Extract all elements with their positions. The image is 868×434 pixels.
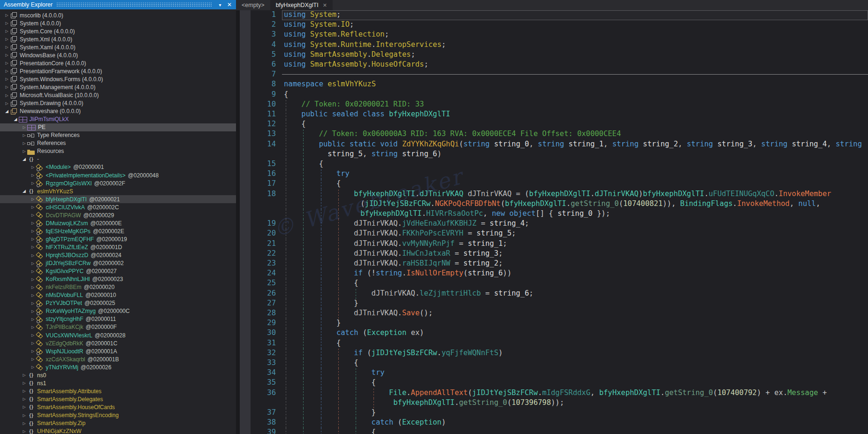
tree-item[interactable]: ▷ciHSClUZVlvkA@0200002C	[0, 203, 236, 211]
tree-item[interactable]: ▷jIDJtYejSBzFCRw@02000002	[0, 259, 236, 267]
panel-splitter[interactable]	[236, 0, 240, 434]
expand-icon[interactable]: ▷	[30, 251, 36, 259]
tree-item[interactable]: ▷System.Management (4.0.0.0)	[0, 83, 236, 91]
code-line[interactable]: 22dJTnirVKAQ.IHwCnJatxaR = string_3;	[251, 249, 868, 259]
tree-item[interactable]: ▷PresentationFramework (4.0.0.0)	[0, 67, 236, 75]
code-line[interactable]: 29}	[251, 319, 868, 328]
tree-item[interactable]: ▷HprqhSJBOszzD@02000024	[0, 251, 236, 259]
tree-item[interactable]: ▷System.Windows.Forms (4.0.0.0)	[0, 75, 236, 83]
expand-icon[interactable]: ▷	[21, 387, 27, 395]
expand-icon[interactable]: ▷	[30, 243, 36, 251]
expand-icon[interactable]: ▷	[4, 27, 10, 35]
tree-item[interactable]: ▷Resources	[0, 147, 236, 155]
tree-item[interactable]: ▷{ }SmartAssembly.StringsEncoding	[0, 411, 236, 419]
expand-icon[interactable]: ▷	[4, 75, 10, 83]
tree-item[interactable]: ▷yTNdYRVrMj@02000026	[0, 363, 236, 371]
code-line[interactable]: 5using SmartAssembly.Delegates;	[251, 50, 868, 60]
tree-item[interactable]: ▷System (4.0.0.0)	[0, 19, 236, 27]
expand-icon[interactable]: ▷	[30, 307, 36, 315]
tree-item[interactable]: ▷TJnPlIBcaKCjk@0200000F	[0, 323, 236, 331]
expand-icon[interactable]: ▷	[30, 259, 36, 267]
code-line[interactable]: 3using System.Reflection;	[251, 30, 868, 40]
expand-icon[interactable]: ▷	[4, 35, 10, 43]
code-line[interactable]: 12{	[251, 120, 868, 129]
tree-item[interactable]: ▷DMuizwojLKZsm@0200000E	[0, 219, 236, 227]
tree-item[interactable]: ▷PE	[0, 123, 236, 131]
code-editor[interactable]: 1using System;2using System.IO;3using Sy…	[251, 10, 868, 434]
tree-item[interactable]: ▷fqESHzeMgKGPs@0200002E	[0, 227, 236, 235]
expand-icon[interactable]: ▷	[4, 19, 10, 27]
expand-icon[interactable]: ▷	[4, 99, 10, 107]
tree-item[interactable]: ◢JliPmTsmiQLkX	[0, 115, 236, 123]
expand-icon[interactable]: ▷	[30, 235, 36, 243]
code-line[interactable]: 13// Token: 0x060000A3 RID: 163 RVA: 0x0…	[251, 129, 868, 139]
expand-icon[interactable]: ▷	[4, 67, 10, 75]
expand-icon[interactable]: ▷	[30, 179, 36, 187]
expand-icon[interactable]: ▷	[30, 219, 36, 227]
code-line[interactable]: 2using System.IO;	[251, 20, 868, 30]
expand-icon[interactable]: ▷	[30, 227, 36, 235]
expand-icon[interactable]: ▷	[4, 43, 10, 51]
tree-item[interactable]: ▷System.Xaml (4.0.0.0)	[0, 43, 236, 51]
code-line[interactable]: 31{	[251, 339, 868, 349]
tree-item[interactable]: ▷WindowsBase (4.0.0.0)	[0, 51, 236, 59]
tree-item[interactable]: ▷KgslGIvxPPYC@02000027	[0, 267, 236, 275]
tree-item[interactable]: ▷{ }SmartAssembly.Attributes	[0, 387, 236, 395]
expand-icon[interactable]: ▷	[30, 267, 36, 275]
code-line[interactable]: string_5, string string_6)	[251, 150, 868, 160]
expand-icon[interactable]: ▷	[30, 203, 36, 211]
tree-item[interactable]: ▷System.Core (4.0.0.0)	[0, 27, 236, 35]
expand-icon[interactable]: ▷	[30, 315, 36, 323]
tree-item[interactable]: ▷DcvDTlPAGW@02000029	[0, 211, 236, 219]
code-line[interactable]: bfyHxephDXglTI.getString_0(107396798));	[251, 398, 868, 408]
tree-item[interactable]: ▷vZEdgQdbRkK@0200001C	[0, 339, 236, 347]
code-line[interactable]: 38catch (Exception)	[251, 418, 868, 428]
code-line[interactable]: 18bfyHxephDXglTI.dJTnirVKAQ dJTnirVKAQ =…	[251, 190, 868, 199]
close-icon[interactable]: ✕	[226, 1, 233, 8]
tab-empty[interactable]: <empty>	[236, 0, 270, 10]
code-line[interactable]: 8namespace eslmVhYKuzS	[251, 80, 868, 90]
tree-item[interactable]: ▷PzYVJbOTPet@02000025	[0, 299, 236, 307]
expand-icon[interactable]: ▷	[30, 355, 36, 363]
code-line[interactable]: 14public static void ZdYYKhZKqGhQi(strin…	[251, 140, 868, 150]
code-line[interactable]: 34try	[251, 368, 868, 378]
tree-item[interactable]: ▷<PrivateImplementationDetails>@02000048	[0, 171, 236, 179]
tree-item[interactable]: ▷WspNJLioodtR@0200001A	[0, 347, 236, 355]
code-line[interactable]: 6using SmartAssembly.HouseOfCards;	[251, 60, 868, 70]
collapse-icon[interactable]: ◢	[4, 107, 10, 115]
tree-scrollbar[interactable]	[240, 10, 251, 434]
code-line[interactable]: 32if (jIDJtYejSBzFCRw.yqFjfeWQNnFtS)	[251, 349, 868, 358]
tree-item[interactable]: ◢Newwaveshare (0.0.0.0)	[0, 107, 236, 115]
code-line[interactable]: 21dJTnirVKAQ.vvMyNNyRnPjf = string_1;	[251, 239, 868, 249]
tree-item[interactable]: ▷{ }UHNiGjaKzZNxW	[0, 427, 236, 434]
tree-item[interactable]: ▷PresentationCore (4.0.0.0)	[0, 59, 236, 67]
code-line[interactable]: 16try	[251, 169, 868, 179]
expand-icon[interactable]: ▷	[21, 419, 27, 427]
tree-item[interactable]: ▷System.Xml (4.0.0.0)	[0, 35, 236, 43]
tree-item[interactable]: ▷nkFelzsRBEm@02000020	[0, 283, 236, 291]
code-line[interactable]: 7	[251, 70, 868, 80]
tree-item[interactable]: ◢{ }eslmVhYKuzS	[0, 187, 236, 195]
expand-icon[interactable]: ▷	[30, 299, 36, 307]
expand-icon[interactable]: ▷	[30, 331, 36, 339]
tree-item[interactable]: ▷RgzgmOIgGIsWXl@0200002F	[0, 179, 236, 187]
expand-icon[interactable]: ▷	[30, 339, 36, 347]
code-line[interactable]: 11public sealed class bfyHxephDXglTI	[251, 110, 868, 120]
expand-icon[interactable]: ▷	[4, 91, 10, 99]
collapse-icon[interactable]: ◢	[13, 115, 19, 123]
code-line[interactable]: 36File.AppendAllText(jIDJtYejSBzFCRw.mId…	[251, 388, 868, 398]
expand-icon[interactable]: ▷	[30, 347, 36, 355]
tree-item[interactable]: ▷Microsoft.VisualBasic (10.0.0.0)	[0, 91, 236, 99]
code-line[interactable]: 27}	[251, 299, 868, 309]
expand-icon[interactable]: ▷	[21, 147, 27, 155]
expand-icon[interactable]: ▷	[21, 395, 27, 403]
code-line[interactable]: 30catch (Exception ex)	[251, 328, 868, 338]
close-icon[interactable]: ✕	[323, 2, 327, 8]
code-line[interactable]: (jIDJtYejSBzFCRw.NGKPoQcRFBDfbNt(bfyHxep…	[251, 199, 868, 209]
code-line[interactable]: 24if (!string.IsNullOrEmpty(string_6))	[251, 269, 868, 279]
collapse-icon[interactable]: ◢	[21, 187, 27, 195]
tree-item[interactable]: ▷{ }SmartAssembly.HouseOfCards	[0, 403, 236, 411]
code-line[interactable]: 23dJTnirVKAQ.raHSBIJqrNW = string_2;	[251, 259, 868, 269]
tree-item[interactable]: ▷{ }ns0	[0, 371, 236, 379]
tree-item[interactable]: ▷VUCsXWNVleskrL@02000028	[0, 331, 236, 339]
